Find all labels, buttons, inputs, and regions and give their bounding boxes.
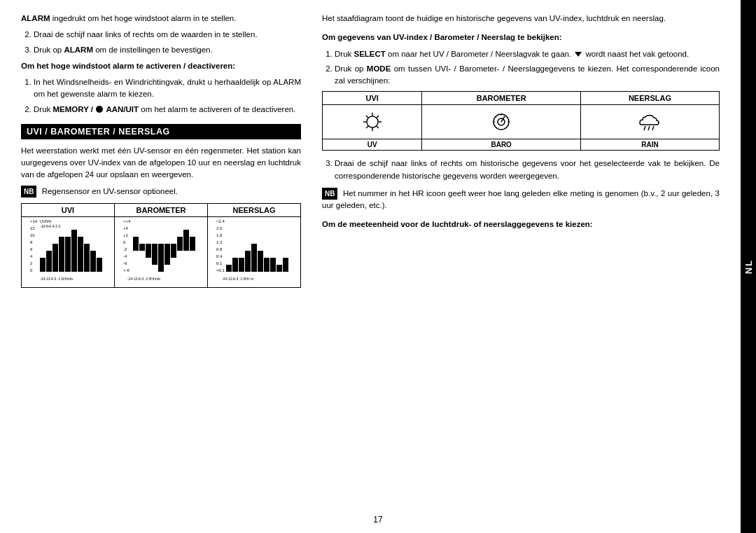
side-tab-label: NL xyxy=(743,259,754,274)
svg-text:0.4: 0.4 xyxy=(216,254,223,258)
nb2-text: Het nummer in het HR icoon geeft weer ho… xyxy=(322,189,720,209)
svg-rect-98 xyxy=(245,251,251,258)
svg-rect-69 xyxy=(158,265,164,272)
page-number: 17 xyxy=(373,515,382,525)
svg-text:UVI\Hr: UVI\Hr xyxy=(40,219,52,223)
right-list1-item2: Druk op MODE om tussen UVI- / Barometer-… xyxy=(335,63,720,88)
svg-text:-24-12-6-3 -1 0Hr\mb: -24-12-6-3 -1 0Hr\mb xyxy=(40,277,73,281)
svg-text:0.8: 0.8 xyxy=(216,247,223,251)
svg-text:4: 4 xyxy=(30,254,33,258)
svg-rect-110 xyxy=(276,265,282,272)
uvi-chart-cell: >14 12 10 8 6 4 2 0 UVI\Hr -10-8-6-4-2 0 xyxy=(22,216,115,287)
svg-text:2.0: 2.0 xyxy=(216,226,223,230)
rain-chart-cell: >2.4 2.0 1.6 1.2 0.8 0.4 0.1 <0.1 xyxy=(208,216,301,287)
rain-icon xyxy=(636,109,664,134)
svg-rect-72 xyxy=(164,258,170,265)
svg-rect-80 xyxy=(190,237,195,244)
svg-rect-61 xyxy=(146,244,151,251)
svg-text:2: 2 xyxy=(30,261,33,265)
svg-rect-48 xyxy=(97,258,102,265)
svg-rect-36 xyxy=(78,258,83,265)
svg-text:>2.4: >2.4 xyxy=(216,219,225,223)
svg-rect-40 xyxy=(84,265,90,272)
svg-rect-81 xyxy=(190,244,195,251)
svg-rect-91 xyxy=(226,265,232,272)
svg-rect-75 xyxy=(177,237,183,244)
svg-rect-97 xyxy=(245,258,251,265)
svg-rect-47 xyxy=(97,265,102,272)
svg-rect-77 xyxy=(183,230,189,237)
svg-rect-12 xyxy=(46,265,52,272)
svg-rect-33 xyxy=(71,237,77,244)
svg-rect-94 xyxy=(239,265,244,272)
icon-table: UVI BAROMETER NEERSLAG xyxy=(322,91,720,151)
svg-rect-11 xyxy=(40,258,46,265)
list1-item2: Druk op ALARM om de instellingen te beve… xyxy=(34,44,301,56)
svg-rect-58 xyxy=(133,237,139,244)
svg-rect-96 xyxy=(245,265,251,272)
svg-text:>+4: >+4 xyxy=(123,219,131,223)
svg-rect-64 xyxy=(152,251,158,258)
svg-rect-100 xyxy=(251,258,257,265)
down-arrow-icon xyxy=(575,52,582,57)
svg-rect-26 xyxy=(65,251,71,258)
svg-rect-21 xyxy=(59,251,64,258)
svg-rect-79 xyxy=(183,244,189,251)
svg-rect-60 xyxy=(139,244,145,251)
svg-rect-19 xyxy=(59,265,64,272)
svg-rect-23 xyxy=(59,237,64,244)
svg-rect-17 xyxy=(52,251,58,258)
alarm-text: ingedrukt om het hoge windstoot alarm in… xyxy=(52,14,237,22)
svg-rect-38 xyxy=(78,244,83,251)
svg-rect-101 xyxy=(251,251,257,258)
svg-rect-109 xyxy=(270,258,276,265)
icon-uv-cell xyxy=(323,105,422,139)
svg-text:<-6: <-6 xyxy=(123,268,130,272)
svg-rect-41 xyxy=(84,258,90,265)
svg-rect-32 xyxy=(71,244,77,251)
svg-rect-68 xyxy=(158,258,164,265)
svg-text:1.6: 1.6 xyxy=(216,233,223,237)
svg-rect-39 xyxy=(78,237,83,244)
svg-text:0: 0 xyxy=(30,268,33,272)
icon-label-baro: BARO xyxy=(422,139,580,151)
nb2-box: NB xyxy=(322,188,337,200)
svg-rect-22 xyxy=(59,244,64,251)
svg-rect-67 xyxy=(158,251,164,258)
right-intro: Het staafdiagram toont de huidige en his… xyxy=(322,13,720,25)
svg-rect-66 xyxy=(158,244,164,251)
right-list2: Draai de schijf naar links of rechts om … xyxy=(322,158,720,182)
svg-text:-24-12-6-3 -1 0Hr\mb: -24-12-6-3 -1 0Hr\mb xyxy=(127,277,160,281)
svg-line-120 xyxy=(377,116,379,118)
svg-rect-16 xyxy=(52,258,58,265)
intro-paragraph: Het weerstation werkt met één UV-sensor … xyxy=(21,145,301,181)
alarm-bold: ALARM xyxy=(21,14,50,22)
svg-rect-112 xyxy=(283,258,288,265)
svg-rect-102 xyxy=(251,244,257,251)
svg-text:0.1: 0.1 xyxy=(216,261,223,265)
subheading-alarm: Om het hoge windstoot alarm te activeren… xyxy=(21,60,301,72)
svg-rect-13 xyxy=(46,258,52,265)
svg-rect-28 xyxy=(65,237,71,244)
svg-rect-27 xyxy=(65,244,71,251)
icon-header-rain: NEERSLAG xyxy=(580,92,719,105)
nb-paragraph: NB Regensensor en UV-sensor optioneel. xyxy=(21,186,301,198)
svg-rect-34 xyxy=(71,230,77,237)
svg-rect-43 xyxy=(84,244,90,251)
nb2-paragraph: NB Het nummer in het HR icoon geeft weer… xyxy=(322,188,720,212)
svg-rect-93 xyxy=(232,258,238,265)
svg-text:6: 6 xyxy=(30,247,33,251)
side-tab: NL xyxy=(741,0,756,533)
svg-text:0: 0 xyxy=(123,240,126,244)
table-header-barometer: BAROMETER xyxy=(115,203,208,216)
left-column: ALARM ingedrukt om het hoge windstoot al… xyxy=(21,13,315,520)
svg-rect-25 xyxy=(65,258,71,265)
svg-rect-14 xyxy=(46,251,52,258)
svg-rect-65 xyxy=(152,258,158,265)
svg-rect-71 xyxy=(164,251,170,258)
right-column: Het staafdiagram toont de huidige en his… xyxy=(315,13,735,520)
svg-text:8: 8 xyxy=(30,240,33,244)
svg-rect-30 xyxy=(71,258,77,265)
nb-box: NB xyxy=(21,186,36,198)
rain-chart-svg: >2.4 2.0 1.6 1.2 0.8 0.4 0.1 <0.1 xyxy=(216,217,292,287)
